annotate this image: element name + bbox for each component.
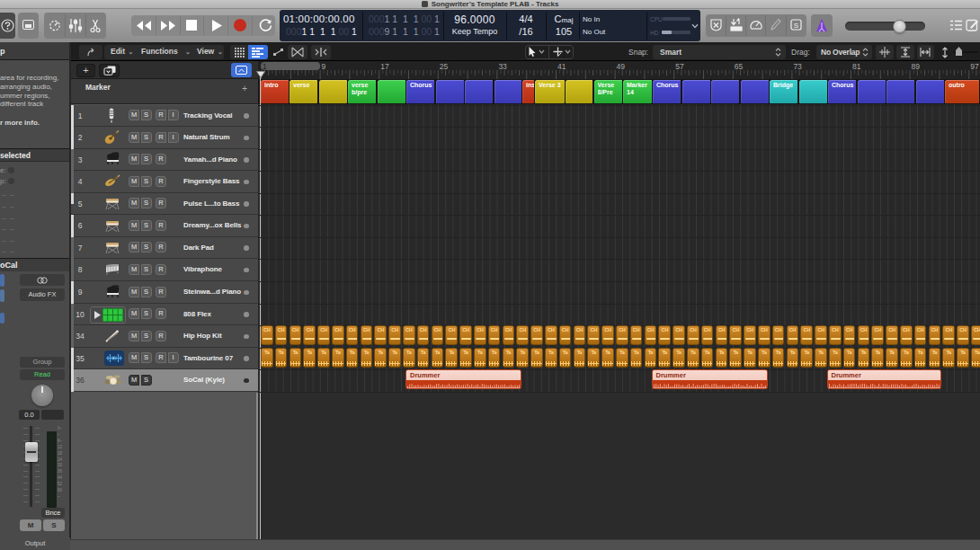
svg-text:S: S — [794, 22, 798, 30]
